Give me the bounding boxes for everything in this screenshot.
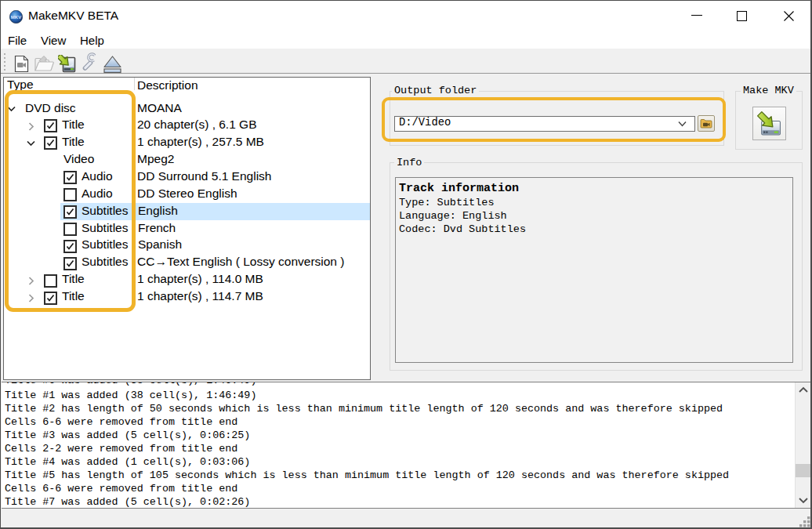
svg-text:MKV: MKV [11, 15, 21, 20]
